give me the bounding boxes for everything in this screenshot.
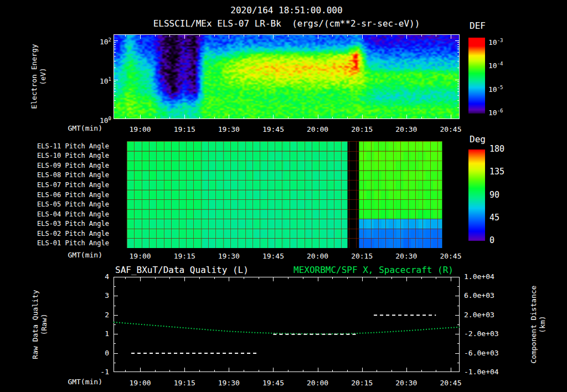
time-tick-label-panel1: 19:15 (168, 125, 201, 133)
deg-colorbar-tick-label: 180 (489, 145, 504, 153)
distance-tick-label: 2.0e+03 (464, 311, 494, 319)
deg-colorbar-canvas (468, 149, 485, 241)
distance-tick-label: 1.0e+04 (464, 272, 494, 281)
pitch-angle-heatmap-canvas (114, 141, 460, 248)
quality-tick-label: -1 (81, 368, 109, 376)
time-tick-label-panel2: 19:00 (123, 252, 157, 260)
quality-axis-label: Raw Data Quality (Raw) (31, 269, 49, 380)
pitch-row-label: ELS-10 Pitch Angle (0, 152, 109, 159)
deg-colorbar-label: Deg (470, 135, 486, 145)
deg-colorbar-tick-label: 0 (489, 236, 494, 245)
time-tick-label-panel1: 20:15 (346, 125, 379, 133)
pitch-row-label: ELS-03 Pitch Angle (0, 220, 109, 228)
pitch-row-label: ELS-04 Pitch Angle (0, 210, 109, 218)
spacecraft-plot-title: MEXORBMC/SPF X, Spacecraft (R) (293, 265, 453, 275)
deg-colorbar-tick-label: 45 (489, 214, 499, 222)
time-tick-label-panel2: 20:30 (390, 252, 423, 260)
quality-plot-title: SAF_BXuT/Data Quality (L) (115, 265, 249, 275)
time-tick-label-panel3: 19:30 (212, 379, 245, 387)
energy-axis-label-line1: Electron Energy (30, 44, 39, 109)
distance-axis-label: Component Distance (km) (529, 264, 547, 385)
time-tick-label-panel1: 20:00 (301, 125, 334, 133)
def-colorbar-label: DEF (470, 21, 486, 31)
quality-distance-plot-canvas (114, 277, 460, 372)
distance-tick-label: -1.0e+04 (464, 368, 499, 376)
distance-tick-label: -2.0e+03 (464, 329, 499, 338)
gmt-label-panel2: GMT(min) (53, 251, 102, 259)
time-tick-label-panel1: 19:30 (212, 125, 245, 133)
time-tick-label-panel3: 19:45 (256, 379, 290, 387)
time-tick-label-panel3: 20:30 (390, 379, 423, 387)
distance-tick-label: -6.0e+03 (464, 349, 499, 357)
pitch-row-label: ELS-11 Pitch Angle (0, 142, 109, 150)
time-tick-label-panel3: 20:15 (346, 379, 379, 387)
time-tick-label-panel2: 20:15 (346, 252, 379, 260)
time-tick-label-panel2: 20:45 (434, 252, 467, 260)
distance-tick-label: 6.0e+03 (464, 291, 494, 300)
pitch-row-label: ELS-09 Pitch Angle (0, 162, 109, 169)
datetime-title: 2020/164 18:51:00.000 (114, 6, 460, 16)
time-tick-label-panel1: 19:45 (256, 125, 290, 133)
distance-axis-label-line2: (km) (538, 316, 547, 333)
def-colorbar-tick-label: 10-4 (488, 60, 503, 70)
time-tick-label-panel2: 20:00 (301, 252, 334, 260)
def-colorbar-tick-label: 10-6 (488, 107, 503, 117)
energy-tick-label: 102 (86, 36, 111, 46)
energy-axis-label-line2: (eV) (39, 68, 48, 85)
quality-tick-label: 0 (81, 349, 109, 357)
plot-title: ELSSCIL/MEx ELS-07 LR-Bk (ergs/(cm**2-sr… (114, 19, 460, 29)
quality-tick-label: 2 (81, 311, 109, 319)
gmt-label-panel3: GMT(min) (53, 378, 102, 386)
energy-tick-label: 100 (86, 115, 111, 125)
energy-spectrogram-canvas (114, 34, 460, 119)
time-tick-label-panel3: 20:00 (301, 379, 334, 387)
energy-axis-label: Electron Energy (eV) (30, 32, 48, 121)
quality-tick-label: 3 (81, 291, 109, 300)
def-colorbar-tick-label: 10-5 (488, 84, 503, 94)
time-tick-label-panel2: 19:30 (212, 252, 245, 260)
pitch-row-label: ELS-01 Pitch Angle (0, 239, 109, 247)
time-tick-label-panel2: 19:15 (168, 252, 201, 260)
quality-tick-label: 4 (81, 272, 109, 281)
def-colorbar-tick-label: 10-3 (488, 37, 503, 47)
time-tick-label-panel3: 19:15 (168, 379, 201, 387)
quality-axis-label-line1: Raw Data Quality (31, 290, 40, 359)
distance-axis-label-line1: Component Distance (529, 286, 538, 364)
time-tick-label-panel1: 19:00 (123, 125, 157, 133)
def-colorbar-canvas (468, 38, 485, 114)
time-tick-label-panel3: 19:00 (123, 379, 157, 387)
quality-tick-label: 1 (81, 329, 109, 338)
time-tick-label-panel3: 20:45 (434, 379, 467, 387)
pitch-row-label: ELS-08 Pitch Angle (0, 171, 109, 179)
pitch-row-label: ELS-06 Pitch Angle (0, 191, 109, 199)
time-tick-label-panel1: 20:30 (390, 125, 423, 133)
quality-axis-label-line2: (Raw) (40, 313, 49, 335)
pitch-row-label: ELS-05 Pitch Angle (0, 200, 109, 208)
pitch-row-label: ELS-07 Pitch Angle (0, 181, 109, 189)
spectrogram-display: 2020/164 18:51:00.000 ELSSCIL/MEx ELS-07… (0, 0, 567, 392)
time-tick-label-panel1: 20:45 (434, 125, 467, 133)
gmt-label-panel1: GMT(min) (53, 124, 102, 132)
pitch-row-label: ELS-02 Pitch Angle (0, 230, 109, 238)
deg-colorbar-tick-label: 135 (489, 168, 504, 176)
energy-tick-label: 101 (86, 75, 111, 85)
time-tick-label-panel2: 19:45 (256, 252, 290, 260)
deg-colorbar-tick-label: 90 (489, 191, 499, 199)
